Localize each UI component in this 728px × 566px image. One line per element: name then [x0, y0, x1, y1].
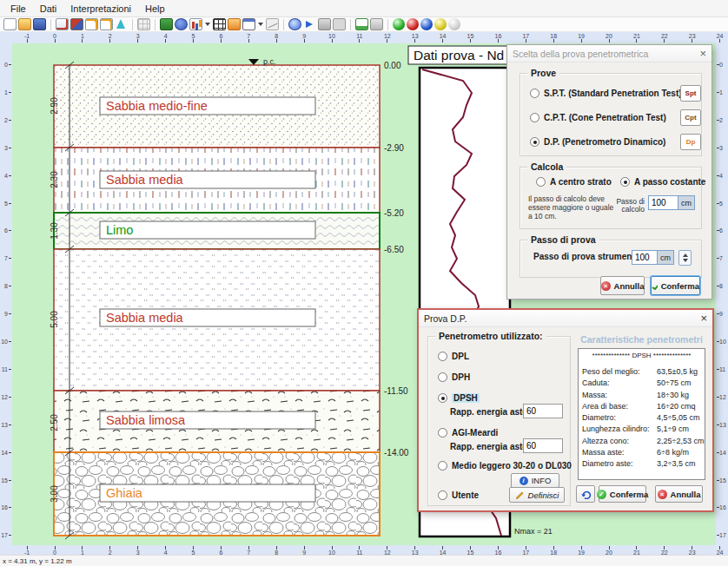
save-icon[interactable] [33, 18, 46, 30]
histogram-icon[interactable] [228, 18, 241, 30]
radio-cpt[interactable] [530, 113, 539, 122]
radio-row-agi[interactable]: AGI-Meardi [438, 428, 498, 438]
toolbar-separator [283, 19, 284, 30]
thickness-label: 3.00 [50, 485, 59, 503]
spec-header: ************** DPSH ************** [582, 352, 701, 359]
spt-badge-button[interactable]: Spt [680, 85, 701, 102]
radio-utente[interactable] [438, 490, 447, 500]
dialog-scelta-titlebar[interactable]: Scelta della prova penetrometrica × [507, 45, 711, 63]
close-icon[interactable]: × [699, 48, 706, 59]
radio-row-utente[interactable]: Utente [438, 490, 479, 500]
passo-calcolo-input[interactable] [648, 195, 678, 210]
workbook-icon[interactable] [160, 18, 173, 30]
ruler-mark: 14 [0, 450, 8, 457]
web-export-icon[interactable] [288, 18, 301, 30]
info-button[interactable]: i INFO [511, 473, 559, 488]
forward-arrow-icon[interactable] [303, 18, 316, 30]
ruler-mark: 19 [572, 33, 590, 43]
radio-centro-strato-label: A centro strato [550, 177, 612, 187]
bar-chart-icon[interactable] [189, 18, 202, 30]
radio-passo-costante-label: A passo costante [634, 177, 705, 187]
radio-row-dpsh[interactable]: DPSH [438, 393, 480, 403]
grid-icon[interactable] [137, 18, 150, 30]
open-folder-icon[interactable] [18, 18, 31, 30]
passo-prova-input[interactable] [632, 250, 658, 265]
menu-help[interactable]: Help [138, 2, 172, 16]
depth-label: -14.00 [384, 448, 409, 457]
radio-row-medio-leggero[interactable]: Medio leggero 30-20 o DL030 [438, 461, 572, 471]
ball-blue-icon[interactable] [420, 18, 433, 30]
ruler-mark: 13 [719, 422, 727, 429]
drawing-canvas[interactable]: 01234567891011121314151617 0123456789101… [0, 43, 728, 545]
window-chart-dropdown-caret[interactable] [258, 23, 263, 26]
radio-dp[interactable] [530, 137, 539, 147]
menu-interpretazioni[interactable]: Interpretazioni [63, 2, 138, 16]
package-icon[interactable] [318, 18, 331, 30]
cone-penetrometer-icon[interactable] [115, 18, 128, 30]
new-document-icon[interactable] [3, 18, 17, 30]
bar-chart-dropdown-caret[interactable] [205, 23, 210, 26]
definisci-label: Definisci [528, 490, 559, 500]
thickness-label: 5.00 [50, 311, 59, 328]
ball-yellow-icon[interactable] [434, 18, 447, 30]
menu-file[interactable]: File [3, 2, 33, 16]
radio-spt[interactable] [530, 89, 539, 98]
pencil-icon [515, 490, 525, 500]
radio-row-centro-strato[interactable]: A centro strato [536, 177, 612, 187]
refresh-button[interactable] [576, 485, 595, 503]
table-icon[interactable] [213, 18, 226, 30]
radio-passo-costante[interactable] [620, 177, 630, 187]
ruler-mark: 8 [0, 283, 8, 290]
line-chart-icon[interactable] [266, 18, 279, 30]
info-icon: i [520, 477, 528, 485]
radio-dph-label: DPH [452, 372, 470, 382]
radio-row-dpl[interactable]: DPL [438, 352, 469, 361]
dialog-dp-titlebar[interactable]: Prova D.P. × [419, 310, 712, 327]
passo-calcolo-field: cm [648, 195, 695, 210]
spec-row: Lunghezza cilindro:5,1÷9 cm [582, 424, 701, 435]
radio-row-passo-costante[interactable]: A passo costante [620, 177, 705, 187]
cpt-badge-button[interactable]: Cpt [680, 109, 701, 126]
ruler-horizontal-bottom: -101234567891011121314151617181920212223… [0, 545, 728, 555]
chart-icon[interactable] [355, 18, 368, 30]
radio-dpl[interactable] [438, 352, 447, 361]
dp-annulla-button[interactable]: × Annulla [655, 485, 703, 503]
radio-dpsh-label: DPSH [452, 393, 480, 403]
window-chart-icon[interactable] [242, 18, 255, 30]
dp-badge-button[interactable]: Dp [680, 134, 701, 150]
image-icon[interactable] [70, 18, 83, 30]
passo-prova-spinner[interactable] [678, 250, 692, 266]
conferma-button[interactable]: Conferma [651, 276, 700, 295]
menubar: File Dati Interpretazioni Help [0, 0, 728, 17]
menu-dati[interactable]: Dati [33, 2, 64, 16]
ruler-mark: 14 [719, 450, 727, 457]
print-icon[interactable] [370, 18, 383, 30]
radio-row-dph[interactable]: DPH [438, 372, 470, 382]
ruler-mark: 17 [517, 33, 534, 43]
radio-centro-strato[interactable] [536, 177, 546, 187]
layer-label: Sabbia limosa [106, 413, 186, 427]
dp-conferma-button[interactable]: ✓ Conferma [599, 485, 646, 503]
radio-agi-meardi[interactable] [438, 428, 447, 438]
rapp-energia-input-2[interactable] [523, 438, 563, 453]
definisci-button[interactable]: Definisci [509, 487, 565, 503]
ball-green-icon[interactable] [393, 18, 405, 30]
ruler-mark: 1 [74, 33, 91, 43]
ruler-mark: 6 [719, 227, 727, 234]
statusbar: x = 4.31 m, y = 1.22 m [0, 555, 728, 566]
clipboard-icon[interactable] [333, 18, 346, 30]
radio-dph[interactable] [438, 372, 447, 382]
ruler-mark: 17 [0, 532, 8, 539]
radio-medio-leggero[interactable] [438, 461, 447, 471]
ruler-mark: 4 [157, 33, 175, 43]
annulla-button[interactable]: × Annulla [600, 276, 645, 295]
close-icon[interactable]: × [700, 313, 707, 324]
edit-document-icon[interactable] [85, 18, 98, 30]
rapp-energia-input-1[interactable] [523, 404, 563, 418]
settings-globe-icon[interactable] [175, 18, 188, 30]
edit-page-icon[interactable] [100, 18, 113, 30]
radio-dpsh[interactable] [438, 393, 447, 403]
ball-white-icon[interactable] [448, 18, 460, 30]
export-icon[interactable] [56, 18, 69, 30]
ball-red-icon[interactable] [407, 18, 419, 30]
